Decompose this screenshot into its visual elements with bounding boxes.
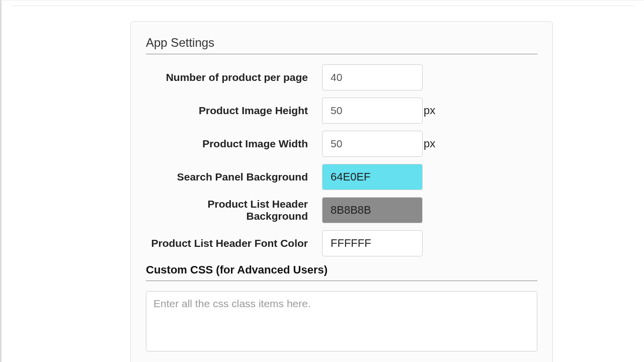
app-settings-panel: App Settings Number of product per page … [130, 21, 553, 362]
input-product-image-height[interactable] [322, 98, 423, 124]
label-product-list-header-font-color: Product List Header Font Color [146, 237, 322, 249]
custom-css-textarea[interactable] [146, 291, 537, 351]
row-search-panel-background: Search Panel Background [146, 164, 537, 190]
top-divider [12, 6, 634, 6]
row-product-image-height: Product Image Height px [146, 98, 537, 124]
row-product-list-header-background: Product List Header Background [146, 197, 537, 223]
input-products-per-page[interactable] [322, 64, 423, 90]
label-product-list-header-background: Product List Header Background [146, 198, 322, 222]
label-product-image-width: Product Image Width [146, 138, 322, 150]
input-product-image-width[interactable] [322, 131, 423, 157]
suffix-px-height: px [424, 104, 435, 117]
row-products-per-page: Number of product per page [146, 64, 537, 90]
custom-css-title: Custom CSS (for Advanced Users) [146, 263, 537, 277]
custom-css-divider [146, 281, 537, 281]
row-product-list-header-font-color: Product List Header Font Color [146, 230, 537, 256]
app-settings-title: App Settings [146, 36, 537, 50]
label-product-image-height: Product Image Height [146, 105, 322, 117]
label-products-per-page: Number of product per page [146, 71, 322, 83]
input-search-panel-background[interactable] [322, 164, 423, 190]
input-product-list-header-background[interactable] [322, 197, 423, 223]
input-product-list-header-font-color[interactable] [322, 230, 423, 256]
label-search-panel-background: Search Panel Background [146, 171, 322, 183]
app-settings-divider [146, 54, 537, 54]
row-product-image-width: Product Image Width px [146, 131, 537, 157]
suffix-px-width: px [424, 137, 435, 150]
